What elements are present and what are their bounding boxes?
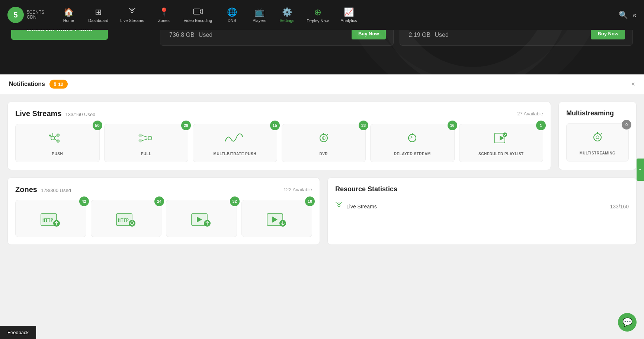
notification-badge: ℹ 12 bbox=[49, 80, 68, 89]
zones-card: Zones 178/300 Used 122 Available 42 HTTP bbox=[7, 178, 320, 245]
nav-item-players[interactable]: 📺 Players bbox=[246, 4, 272, 26]
video-encoding-icon bbox=[193, 7, 203, 17]
players-icon: 📺 bbox=[254, 7, 265, 17]
resource-item-value: 133/160 bbox=[610, 204, 629, 210]
navbar: 5 5CENTS CDN 🏠 Home ⊞ Dashboard Liv bbox=[0, 0, 644, 30]
push-icon bbox=[48, 130, 67, 148]
live-streams-header: Live Streams 133/160 Used 27 Available bbox=[15, 109, 543, 118]
svg-point-2 bbox=[51, 136, 55, 140]
zone-4-badge: 10 bbox=[305, 196, 315, 206]
zone-2-badge: 24 bbox=[154, 196, 164, 206]
notifications-bar: Notifications ℹ 12 × bbox=[0, 74, 644, 94]
live-streams-available: 27 Available bbox=[517, 111, 543, 116]
logo[interactable]: 5 5CENTS CDN bbox=[7, 7, 44, 23]
zone-type-1[interactable]: 42 HTTP bbox=[15, 200, 86, 237]
zones-title: Zones bbox=[15, 185, 37, 194]
zone-type-4[interactable]: 10 bbox=[241, 200, 313, 237]
pull-icon bbox=[137, 130, 156, 148]
zones-resource-area: Zones 178/300 Used 122 Available 42 HTTP bbox=[0, 178, 644, 252]
resource-live-streams-icon bbox=[335, 202, 343, 211]
zone-4-icon bbox=[266, 210, 288, 230]
resource-stats-title: Resource Statistics bbox=[335, 185, 629, 193]
logo-text: 5CENTS CDN bbox=[27, 10, 44, 20]
live-streams-card: Live Streams 133/160 Used 27 Available 5… bbox=[7, 102, 551, 170]
settings-icon: ⚙️ bbox=[282, 7, 292, 17]
live-streams-area: Live Streams 133/160 Used 27 Available 5… bbox=[0, 94, 644, 178]
nav-item-deploy-now[interactable]: ⊕ Deploy Now bbox=[301, 4, 334, 26]
nav-item-settings[interactable]: ⚙️ Settings bbox=[274, 4, 300, 26]
zone-1-badge: 42 bbox=[79, 196, 89, 206]
live-streams-icon bbox=[128, 7, 137, 17]
stream-type-delayed-stream[interactable]: 16 DELAYED STREAM bbox=[370, 124, 455, 162]
zone-types: 42 HTTP 24 HTTP bbox=[15, 200, 312, 237]
svg-point-17 bbox=[594, 134, 601, 141]
zones-header: Zones 178/300 Used 122 Available bbox=[15, 185, 312, 194]
nav-item-zones[interactable]: 📍 Zones bbox=[151, 4, 177, 26]
side-pill[interactable]: › bbox=[637, 159, 644, 181]
zone-3-badge: 32 bbox=[230, 196, 240, 206]
notifications-label: Notifications bbox=[9, 81, 45, 87]
stream-type-pull[interactable]: 29 PULL bbox=[104, 124, 189, 162]
notifications-left: Notifications ℹ 12 bbox=[9, 80, 68, 89]
stream-type-push[interactable]: 50 PUSH bbox=[15, 124, 100, 162]
stream-type-scheduled-playlist[interactable]: 1 SCHEDULED PLAYLIST bbox=[459, 124, 544, 162]
scheduled-playlist-label: SCHEDULED PLAYLIST bbox=[478, 152, 523, 156]
zone-3-icon bbox=[190, 210, 212, 230]
svg-point-18 bbox=[596, 136, 599, 139]
svg-rect-1 bbox=[193, 9, 200, 14]
live-streams-used: 133/160 Used bbox=[65, 112, 96, 117]
multistreaming-icon bbox=[588, 129, 607, 147]
svg-point-5 bbox=[139, 134, 142, 137]
search-icon[interactable]: 🔍 bbox=[619, 10, 628, 19]
dvr-label: DVR bbox=[319, 152, 328, 156]
svg-point-4 bbox=[57, 140, 59, 142]
dvr-stream-icon bbox=[314, 130, 333, 148]
zones-header-left: Zones 178/300 Used bbox=[15, 185, 71, 194]
svg-point-0 bbox=[131, 10, 133, 13]
nav-item-dashboard[interactable]: ⊞ Dashboard bbox=[83, 4, 113, 26]
svg-text:HTTP: HTTP bbox=[118, 218, 129, 223]
zone-type-2[interactable]: 24 HTTP bbox=[91, 200, 162, 237]
zones-icon: 📍 bbox=[159, 7, 169, 17]
multistreaming-title: Multistreaming bbox=[566, 109, 629, 117]
nav-item-live-streams[interactable]: Live Streams bbox=[115, 4, 149, 26]
deploy-now-icon: ⊕ bbox=[314, 7, 321, 17]
svg-point-11 bbox=[323, 138, 324, 139]
dvr-badge: 33 bbox=[359, 121, 368, 130]
stream-type-multistreaming[interactable]: 0 MULTISTREAMING bbox=[566, 123, 629, 161]
pull-label: PULL bbox=[141, 152, 151, 156]
notification-icon: ℹ bbox=[54, 81, 56, 87]
nav-item-video-encoding[interactable]: Video Encoding bbox=[178, 4, 217, 26]
home-icon: 🏠 bbox=[64, 7, 74, 17]
multistreaming-card: Multistreaming 0 MULTISTREAMING bbox=[558, 102, 637, 170]
nav-item-home[interactable]: 🏠 Home bbox=[55, 4, 81, 26]
svg-point-13 bbox=[410, 138, 411, 139]
logo-circle: 5 bbox=[7, 7, 24, 23]
multi-bitrate-push-icon bbox=[224, 130, 246, 148]
resource-item-left: Live Streams bbox=[335, 202, 377, 211]
stream-types: 50 PUSH 29 bbox=[15, 124, 543, 162]
nav-item-analytics[interactable]: 📈 Analytics bbox=[336, 4, 362, 26]
delayed-stream-icon bbox=[403, 130, 422, 148]
scheduled-playlist-badge: 1 bbox=[536, 121, 546, 130]
nav-items: 🏠 Home ⊞ Dashboard Live Streams 📍 Zones bbox=[55, 4, 619, 26]
resource-item-live-streams: Live Streams 133/160 bbox=[335, 199, 629, 214]
zones-used: 178/300 Used bbox=[41, 188, 71, 193]
multi-bitrate-push-label: MULTI-BITRATE PUSH bbox=[214, 152, 256, 156]
zone-type-3[interactable]: 32 bbox=[166, 200, 237, 237]
collapse-icon[interactable]: « bbox=[632, 11, 637, 19]
notifications-close-button[interactable]: × bbox=[631, 80, 635, 88]
svg-point-6 bbox=[139, 139, 142, 142]
multistreaming-label: MULTISTREAMING bbox=[580, 151, 616, 155]
zones-available: 122 Available bbox=[283, 187, 312, 192]
stream-type-multi-bitrate-push[interactable]: 15 MULTI-BITRATE PUSH bbox=[193, 124, 277, 162]
notification-count: 12 bbox=[58, 81, 63, 87]
delayed-stream-badge: 16 bbox=[448, 121, 457, 130]
push-badge: 50 bbox=[93, 121, 102, 130]
live-streams-header-left: Live Streams 133/160 Used bbox=[15, 109, 95, 118]
side-pill-icon: › bbox=[638, 169, 643, 170]
zone-2-icon: HTTP bbox=[115, 210, 137, 230]
stream-type-dvr[interactable]: 33 DVR bbox=[282, 124, 366, 162]
svg-text:HTTP: HTTP bbox=[42, 218, 53, 223]
nav-item-dns[interactable]: 🌐 DNS bbox=[219, 4, 245, 26]
